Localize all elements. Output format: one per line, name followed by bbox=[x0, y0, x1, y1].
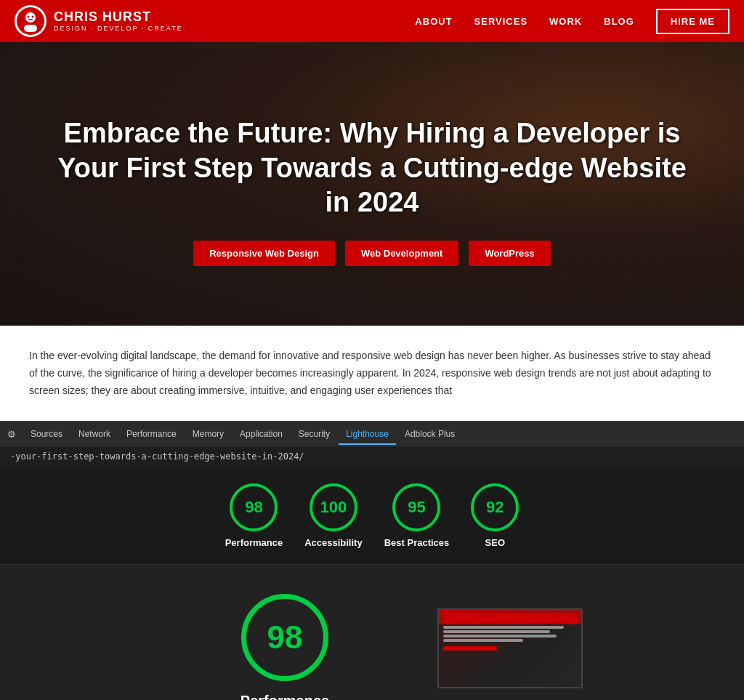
detail-left: 98 Performance Values are estimated and … bbox=[161, 594, 408, 700]
score-value-seo: 92 bbox=[486, 498, 504, 517]
nav-links: ABOUT SERVICES WORK BLOG HIRE ME bbox=[415, 9, 729, 34]
svg-point-4 bbox=[32, 16, 34, 18]
logo-icon bbox=[15, 5, 46, 37]
preview-text-lines bbox=[443, 626, 577, 651]
score-circle-best-practices: 95 bbox=[392, 483, 440, 531]
tab-lighthouse[interactable]: Lighthouse bbox=[339, 425, 396, 445]
svg-rect-2 bbox=[24, 25, 37, 32]
tab-performance[interactable]: Performance bbox=[119, 425, 184, 445]
page-preview bbox=[437, 608, 583, 688]
tab-security[interactable]: Security bbox=[291, 425, 337, 445]
detail-row: 98 Performance Values are estimated and … bbox=[161, 594, 583, 700]
svg-point-3 bbox=[28, 16, 30, 18]
page-preview-inner bbox=[439, 610, 581, 687]
score-label-seo: SEO bbox=[485, 537, 505, 550]
tab-sources[interactable]: Sources bbox=[23, 425, 70, 445]
big-score-circle: 98 bbox=[241, 594, 328, 681]
hero-title: Embrace the Future: Why Hiring a Develop… bbox=[44, 116, 700, 220]
logo-text: CHRIS HURST DESIGN · DEVELOP · CREATE bbox=[54, 10, 183, 32]
score-item-best-practices: 95 Best Practices bbox=[384, 483, 450, 550]
url-text: -your-first-step-towards-a-cutting-edge-… bbox=[10, 451, 304, 462]
nav-work[interactable]: WORK bbox=[549, 16, 582, 27]
big-score-value: 98 bbox=[267, 619, 303, 656]
big-score-label: Performance bbox=[240, 693, 329, 700]
tab-memory[interactable]: Memory bbox=[185, 425, 231, 445]
preview-line bbox=[443, 639, 523, 642]
hero-btn-responsive[interactable]: Responsive Web Design bbox=[193, 241, 335, 266]
hire-me-button[interactable]: HIRE ME bbox=[656, 9, 729, 34]
brand-tagline: DESIGN · DEVELOP · CREATE bbox=[54, 25, 183, 32]
score-circle-performance: 98 bbox=[230, 483, 278, 531]
preview-nav bbox=[443, 613, 577, 623]
tab-adblock[interactable]: Adblock Plus bbox=[397, 425, 462, 445]
devtools-bar: ⚙ Sources Network Performance Memory App… bbox=[0, 421, 744, 447]
navbar: CHRIS HURST DESIGN · DEVELOP · CREATE AB… bbox=[0, 0, 744, 42]
lighthouse-scores-row: 98 Performance 100 Accessibility 95 Best… bbox=[0, 466, 744, 564]
score-value-performance: 98 bbox=[245, 498, 262, 517]
score-value-best-practices: 95 bbox=[408, 498, 425, 517]
score-item-accessibility: 100 Accessibility bbox=[304, 483, 363, 550]
article-excerpt: In the ever-evolving digital landscape, … bbox=[0, 326, 744, 421]
score-item-seo: 92 SEO bbox=[471, 483, 519, 550]
detail-right bbox=[437, 608, 583, 688]
preview-line bbox=[443, 630, 550, 633]
article-text: In the ever-evolving digital landscape, … bbox=[29, 347, 715, 399]
svg-point-1 bbox=[25, 12, 36, 23]
hero-buttons: Responsive Web Design Web Development Wo… bbox=[44, 241, 700, 266]
hero-section: Embrace the Future: Why Hiring a Develop… bbox=[0, 42, 744, 326]
tab-network[interactable]: Network bbox=[71, 425, 118, 445]
preview-line bbox=[443, 626, 564, 629]
tab-application[interactable]: Application bbox=[232, 425, 290, 445]
preview-line bbox=[443, 635, 557, 637]
score-item-performance: 98 Performance bbox=[225, 483, 283, 550]
brand-name: CHRIS HURST bbox=[54, 10, 183, 25]
devtools-icon: ⚙ bbox=[7, 429, 16, 440]
url-bar: -your-first-step-towards-a-cutting-edge-… bbox=[0, 447, 744, 466]
lighthouse-detail: 98 Performance Values are estimated and … bbox=[0, 564, 744, 700]
nav-blog[interactable]: BLOG bbox=[604, 16, 634, 27]
score-circle-seo: 92 bbox=[471, 483, 519, 531]
score-circle-accessibility: 100 bbox=[310, 483, 357, 531]
preview-btn bbox=[443, 646, 497, 651]
score-label-accessibility: Accessibility bbox=[304, 537, 363, 550]
score-label-best-practices: Best Practices bbox=[384, 537, 450, 550]
hero-content: Embrace the Future: Why Hiring a Develop… bbox=[0, 80, 744, 288]
logo-area: CHRIS HURST DESIGN · DEVELOP · CREATE bbox=[15, 5, 183, 37]
svg-rect-5 bbox=[28, 19, 33, 20]
score-value-accessibility: 100 bbox=[320, 498, 347, 517]
nav-services[interactable]: SERVICES bbox=[474, 16, 528, 27]
hero-btn-webdev[interactable]: Web Development bbox=[345, 241, 458, 266]
nav-about[interactable]: ABOUT bbox=[415, 16, 452, 27]
hero-btn-wordpress[interactable]: WordPress bbox=[469, 241, 550, 266]
score-label-performance: Performance bbox=[225, 537, 283, 550]
